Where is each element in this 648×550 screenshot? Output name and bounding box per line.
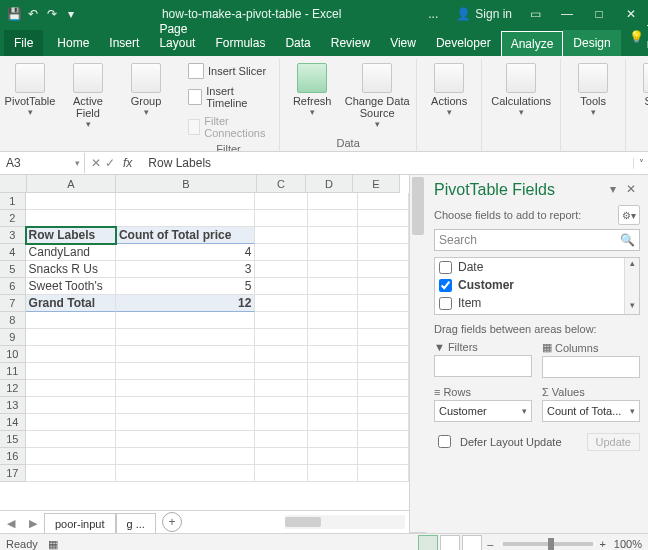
cell-b5[interactable]: 3 bbox=[116, 261, 256, 278]
row-header[interactable]: 14 bbox=[0, 414, 26, 431]
row-header[interactable]: 4 bbox=[0, 244, 26, 261]
vertical-scrollbar[interactable] bbox=[410, 175, 426, 533]
row-header[interactable]: 3 bbox=[0, 227, 26, 244]
field-customer-checkbox[interactable] bbox=[439, 279, 452, 292]
col-header-e[interactable]: E bbox=[353, 175, 400, 193]
cell-b6[interactable]: 5 bbox=[116, 278, 256, 295]
calculations-button[interactable]: Calculations▾ bbox=[488, 59, 554, 117]
cell-a6[interactable]: Sweet Tooth's bbox=[26, 278, 116, 295]
cell-b4[interactable]: 4 bbox=[116, 244, 256, 261]
chevron-down-icon[interactable]: ▾ bbox=[522, 406, 527, 416]
close-icon[interactable]: ✕ bbox=[616, 0, 646, 28]
filters-well[interactable] bbox=[434, 355, 532, 377]
page-layout-view-icon[interactable] bbox=[440, 535, 460, 550]
redo-icon[interactable]: ↷ bbox=[44, 6, 60, 22]
row-header[interactable]: 6 bbox=[0, 278, 26, 295]
ribbon-display-icon[interactable]: ▭ bbox=[520, 0, 550, 28]
field-item-checkbox[interactable] bbox=[439, 297, 452, 310]
tab-analyze[interactable]: Analyze bbox=[501, 31, 564, 56]
zoom-in-icon[interactable]: + bbox=[599, 538, 605, 550]
qat-dropdown-icon[interactable]: ▾ bbox=[63, 6, 79, 22]
row-header[interactable]: 16 bbox=[0, 448, 26, 465]
cell-a5[interactable]: Snacks R Us bbox=[26, 261, 116, 278]
rows-area[interactable]: ≡Rows Customer▾ bbox=[434, 386, 532, 422]
field-search-input[interactable]: Search 🔍 bbox=[434, 229, 640, 251]
row-header[interactable]: 17 bbox=[0, 465, 26, 482]
sheet-tab-poor-input[interactable]: poor-input bbox=[44, 513, 116, 534]
formula-input[interactable]: Row Labels bbox=[142, 156, 633, 170]
row-header[interactable]: 15 bbox=[0, 431, 26, 448]
maximize-icon[interactable]: □ bbox=[584, 0, 614, 28]
save-icon[interactable]: 💾 bbox=[6, 6, 22, 22]
tab-file[interactable]: File bbox=[4, 30, 43, 56]
tab-view[interactable]: View bbox=[380, 30, 426, 56]
field-customer[interactable]: Customer bbox=[435, 276, 639, 294]
row-header[interactable]: 8 bbox=[0, 312, 26, 329]
col-header-c[interactable]: C bbox=[257, 175, 306, 193]
defer-update-checkbox[interactable] bbox=[438, 435, 451, 448]
select-all-corner[interactable] bbox=[0, 175, 27, 193]
tab-developer[interactable]: Developer bbox=[426, 30, 501, 56]
cancel-formula-icon[interactable]: ✕ bbox=[91, 156, 101, 170]
change-data-source-button[interactable]: Change Data Source▾ bbox=[344, 59, 410, 129]
pane-close-icon[interactable]: ✕ bbox=[622, 182, 640, 198]
col-header-b[interactable]: B bbox=[116, 175, 257, 193]
new-sheet-icon[interactable]: + bbox=[162, 512, 182, 532]
pane-dropdown-icon[interactable]: ▾ bbox=[604, 182, 622, 198]
chevron-down-icon[interactable]: ▾ bbox=[630, 406, 635, 416]
cell-b3[interactable]: Count of Total price bbox=[116, 227, 256, 244]
columns-area[interactable]: ▦Columns bbox=[542, 341, 640, 378]
field-list-scrollbar[interactable]: ▴▾ bbox=[624, 258, 639, 314]
normal-view-icon[interactable] bbox=[418, 535, 438, 550]
enter-formula-icon[interactable]: ✓ bbox=[105, 156, 115, 170]
horizontal-scrollbar[interactable] bbox=[285, 515, 405, 529]
cell-b7[interactable]: 12 bbox=[116, 295, 256, 312]
tab-formulas[interactable]: Formulas bbox=[205, 30, 275, 56]
minimize-icon[interactable]: — bbox=[552, 0, 582, 28]
zoom-out-icon[interactable]: – bbox=[487, 538, 493, 550]
cell-a4[interactable]: CandyLand bbox=[26, 244, 116, 261]
tab-insert[interactable]: Insert bbox=[99, 30, 149, 56]
actions-button[interactable]: Actions▾ bbox=[423, 59, 475, 117]
field-item[interactable]: Item bbox=[435, 294, 639, 312]
show-button[interactable]: Show▾ bbox=[632, 59, 648, 117]
row-header[interactable]: 7 bbox=[0, 295, 26, 312]
tab-page-layout[interactable]: Page Layout bbox=[149, 16, 205, 56]
row-header[interactable]: 10 bbox=[0, 346, 26, 363]
values-area[interactable]: ΣValues Count of Tota...▾ bbox=[542, 386, 640, 422]
name-box[interactable]: A3 bbox=[0, 153, 85, 173]
row-header[interactable]: 13 bbox=[0, 397, 26, 414]
rows-well[interactable]: Customer▾ bbox=[434, 400, 532, 422]
sign-in-button[interactable]: 👤 Sign in bbox=[450, 0, 518, 28]
macro-record-icon[interactable]: ▦ bbox=[48, 538, 58, 551]
row-header[interactable]: 1 bbox=[0, 193, 26, 210]
row-header[interactable]: 9 bbox=[0, 329, 26, 346]
active-field-button[interactable]: Active Field▾ bbox=[62, 59, 114, 129]
cell-a3[interactable]: Row Labels▾ bbox=[26, 227, 116, 244]
pivottable-button[interactable]: PivotTable▾ bbox=[4, 59, 56, 117]
pane-settings-icon[interactable]: ⚙▾ bbox=[618, 205, 640, 225]
sheet-tab-g[interactable]: g ... bbox=[116, 513, 156, 534]
columns-well[interactable] bbox=[542, 356, 640, 378]
tab-home[interactable]: Home bbox=[47, 30, 99, 56]
row-header[interactable]: 11 bbox=[0, 363, 26, 380]
cell-a7[interactable]: Grand Total bbox=[26, 295, 116, 312]
insert-timeline-button[interactable]: Insert Timeline bbox=[184, 83, 273, 111]
tab-data[interactable]: Data bbox=[275, 30, 320, 56]
grid[interactable]: 1 2 3 Row Labels▾ Count of Total price 4… bbox=[0, 193, 409, 510]
row-header[interactable]: 12 bbox=[0, 380, 26, 397]
expand-formula-icon[interactable]: ˅ bbox=[633, 158, 648, 169]
group-button[interactable]: Group▾ bbox=[120, 59, 172, 117]
col-header-a[interactable]: A bbox=[27, 175, 116, 193]
fx-icon[interactable]: fx bbox=[119, 156, 136, 170]
ribbon-options-icon[interactable]: ... bbox=[418, 0, 448, 28]
zoom-level[interactable]: 100% bbox=[614, 538, 642, 550]
page-break-view-icon[interactable] bbox=[462, 535, 482, 550]
insert-slicer-button[interactable]: Insert Slicer bbox=[184, 61, 273, 81]
field-date[interactable]: Date bbox=[435, 258, 639, 276]
tab-review[interactable]: Review bbox=[321, 30, 380, 56]
tab-design[interactable]: Design bbox=[563, 30, 620, 56]
sheet-nav-prev-icon[interactable]: ◀ bbox=[0, 515, 22, 530]
undo-icon[interactable]: ↶ bbox=[25, 6, 41, 22]
row-header[interactable]: 5 bbox=[0, 261, 26, 278]
